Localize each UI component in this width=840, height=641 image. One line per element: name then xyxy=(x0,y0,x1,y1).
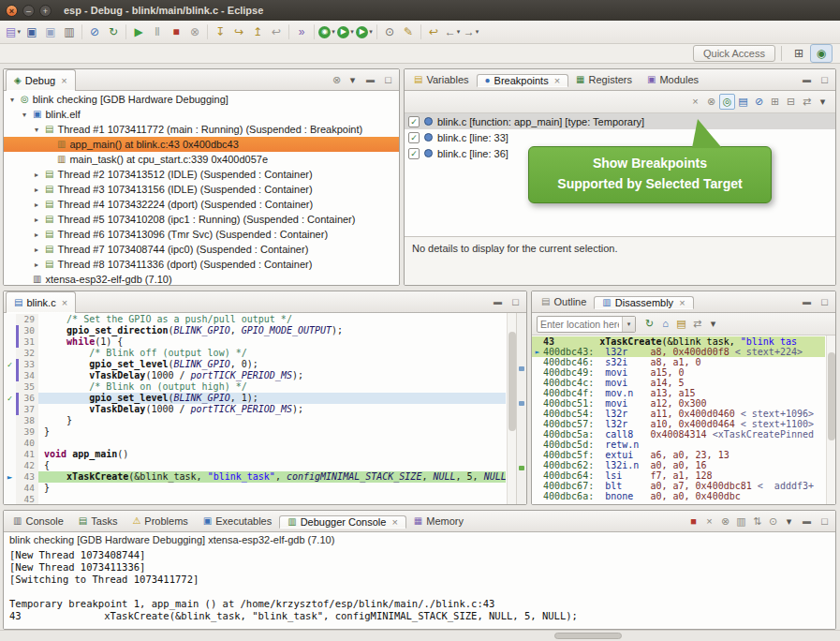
console-output[interactable]: [New Thread 1073408744][New Thread 10734… xyxy=(4,547,835,629)
disassembly-line[interactable]: ► 400dbc5a: call8 0x40084314 <xTaskCreat… xyxy=(532,429,825,440)
remove-launch-icon[interactable]: × xyxy=(701,514,717,529)
show-supported-breakpoints-icon[interactable]: ◎ xyxy=(719,94,735,110)
debug-icon[interactable]: ◉ ▾ xyxy=(317,22,336,41)
terminate-icon[interactable]: ■ xyxy=(685,514,701,529)
editor-gutter[interactable]: ✓► xyxy=(4,460,16,471)
expander-icon[interactable]: ▾ xyxy=(32,126,41,134)
clear-console-icon[interactable]: ▥ xyxy=(733,514,749,529)
overview-ruler[interactable] xyxy=(516,313,526,504)
expander-icon[interactable]: ▾ xyxy=(20,111,29,119)
step-over-icon[interactable]: ↪ ▾ xyxy=(229,22,248,41)
quick-access-button[interactable]: Quick Access xyxy=(693,45,775,62)
last-edit-location-icon[interactable]: ↩ ▾ xyxy=(424,22,443,41)
disassembly-line[interactable]: ► 400dbc46: s32i a8, a1, 0 xyxy=(532,357,825,367)
overview-mark[interactable] xyxy=(519,466,524,470)
tab-memory[interactable]: ▦ Memory × xyxy=(406,515,471,527)
thread-node[interactable]: ▸ ▤ Thread #3 1073413156 (IDLE) (Suspend… xyxy=(4,182,399,197)
window-close-button[interactable]: × xyxy=(6,5,18,17)
disassembly-line[interactable]: ► 400dbc54: l32r a11, 0x400d0460 <_stext… xyxy=(532,409,825,419)
disassembly-line[interactable]: ► 400dbc5f: extui a6, a0, 23, 13 xyxy=(532,450,825,460)
tab-problems[interactable]: ⚠ Problems × xyxy=(125,515,195,527)
editor-gutter[interactable]: ✓► xyxy=(4,325,16,336)
code-line[interactable]: ✓► 43 xTaskCreate(&blink_task, "blink_ta… xyxy=(4,471,506,483)
stack-frame-node[interactable]: ▥ app_main() at blink.c:43 0x400dbc43 xyxy=(4,137,399,152)
expander-icon[interactable]: ▸ xyxy=(32,216,41,224)
remove-all-breakpoints-icon[interactable]: ⊗ xyxy=(703,94,719,110)
save-icon[interactable]: ▣ ▾ xyxy=(22,22,41,41)
step-into-icon[interactable]: ↧ ▾ xyxy=(211,22,229,41)
expander-icon[interactable]: ▸ xyxy=(32,246,41,254)
minimize-icon[interactable]: ▬ xyxy=(490,294,506,310)
disassembly-view[interactable]: ► 43 xTaskCreate(&blink_task, "blink_tas… xyxy=(532,335,835,504)
collapse-all-icon[interactable]: ⊟ xyxy=(783,94,799,110)
tab-disassembly[interactable]: ▥ Disassembly × xyxy=(594,296,693,309)
open-perspective-icon[interactable]: ⊞ xyxy=(788,44,810,63)
editor-gutter[interactable]: ✓► xyxy=(4,438,16,449)
tab-variables[interactable]: ▤ Variables × xyxy=(406,74,477,85)
expander-icon[interactable]: ▸ xyxy=(32,231,41,239)
code-line[interactable]: ✓► 34 vTaskDelay(1000 / portTICK_PERIOD_… xyxy=(4,370,506,381)
breakpoint-checkbox[interactable]: ✓ xyxy=(408,132,420,143)
debug-launch-node[interactable]: ▾ ◎ blink checking [GDB Hardware Debuggi… xyxy=(4,92,399,107)
suspend-icon[interactable]: Ⅱ ▾ xyxy=(148,22,167,41)
code-line[interactable]: ✓► 29 /* Set the GPIO as a push/pull out… xyxy=(4,314,506,325)
code-line[interactable]: ✓► 40 xyxy=(4,438,506,449)
disassembly-line[interactable]: ► 400dbc62: l32i.n a0, a0, 16 xyxy=(532,460,825,470)
maximize-icon[interactable]: □ xyxy=(817,72,833,88)
editor-gutter[interactable]: ✓► xyxy=(4,483,16,494)
disassembly-line[interactable]: ► 400dbc67: blt a0, a7, 0x400dbc81 <__ad… xyxy=(532,481,825,491)
code-line[interactable]: ✓► 31 while(1) { xyxy=(4,336,506,348)
expander-icon[interactable]: ▾ xyxy=(7,96,17,104)
instruction-stepping-icon[interactable]: » ▾ xyxy=(292,22,311,41)
code-line[interactable]: ✓► 37 vTaskDelay(1000 / portTICK_PERIOD_… xyxy=(4,404,506,415)
scroll-lock-icon[interactable]: ⇅ xyxy=(749,514,765,529)
minimize-icon[interactable]: ▬ xyxy=(799,294,815,310)
code-line[interactable]: ✓► 41 void app_main() xyxy=(4,449,506,460)
editor-gutter[interactable]: ✓► xyxy=(4,404,16,415)
thread-node[interactable]: ▸ ▤ Thread #4 1073432224 (dport) (Suspen… xyxy=(4,197,399,212)
view-menu-icon[interactable]: ▾ xyxy=(815,94,831,110)
forward-icon[interactable]: → ▾ xyxy=(462,22,480,41)
resume-icon[interactable]: ▶ ▾ xyxy=(129,22,148,41)
window-minimize-button[interactable]: – xyxy=(22,5,35,17)
disassembly-line[interactable]: ► 400dbc6a: bnone a0, a0, 0x400dbc xyxy=(532,491,825,501)
maximize-icon[interactable]: □ xyxy=(817,514,833,529)
code-line[interactable]: ✓► 44 } xyxy=(4,483,506,494)
maximize-icon[interactable]: □ xyxy=(508,294,523,310)
remove-breakpoint-icon[interactable]: × xyxy=(687,94,703,110)
mark-occurrences-icon[interactable]: ✎ ▾ xyxy=(399,22,418,41)
disassembly-line[interactable]: ► 400dbc49: movi a15, 0 xyxy=(532,367,825,378)
tab-console[interactable]: ▥ Console × xyxy=(6,515,71,527)
disassembly-line[interactable]: ► 400dbc4c: movi a14, 5 xyxy=(532,378,825,388)
disassembly-vertical-scrollbar[interactable] xyxy=(826,335,835,504)
editor-gutter[interactable]: ✓► xyxy=(4,471,16,483)
thread-node[interactable]: ▸ ▤ Thread #2 1073413512 (IDLE) (Suspend… xyxy=(4,167,399,182)
code-line[interactable]: ✓► 32 /* Blink off (output low) */ xyxy=(4,348,506,359)
debug-target-node[interactable]: ▾ ▣ blink.elf xyxy=(4,107,399,122)
expand-all-icon[interactable]: ⊞ xyxy=(767,94,783,110)
expander-icon[interactable]: ▸ xyxy=(32,261,41,269)
print-icon[interactable]: ▥ ▾ xyxy=(60,22,79,41)
disassembly-line[interactable]: ► 400dbc5d: retw.n xyxy=(532,440,825,450)
skip-all-breakpoints-icon[interactable]: ⊘ ▾ xyxy=(85,22,104,41)
skip-all-breakpoints-icon[interactable]: ⊘ xyxy=(751,94,767,110)
tab-registers[interactable]: ▦ Registers × xyxy=(568,74,640,85)
tab-debugger-console[interactable]: ▥ Debugger Console × xyxy=(279,515,406,529)
disassembly-line[interactable]: ► 400dbc57: l32r a10, 0x400d0464 <_stext… xyxy=(532,419,825,429)
new-wizard-icon[interactable]: ▤ ▾ xyxy=(4,22,22,41)
location-input[interactable] xyxy=(538,319,622,330)
disassembly-line[interactable]: ► 400dbc43: l32r a8, 0x400d00f8 <_stext+… xyxy=(532,347,825,357)
back-icon[interactable]: ← ▾ xyxy=(443,22,462,41)
editor-gutter[interactable]: ✓► xyxy=(4,381,16,393)
code-editor[interactable]: ✓► 29 /* Set the GPIO as a push/pull out… xyxy=(4,313,526,504)
editor-gutter[interactable]: ✓► xyxy=(4,359,16,370)
code-line[interactable]: ✓► 30 gpio_set_direction(BLINK_GPIO, GPI… xyxy=(4,325,506,336)
close-icon[interactable]: × xyxy=(62,297,67,308)
breakpoint-checkbox[interactable]: ✓ xyxy=(408,116,420,127)
editor-vertical-scrollbar[interactable] xyxy=(507,313,516,504)
disassembly-line[interactable]: ► 400dbc64: lsi f7, a1, 128 xyxy=(532,470,825,481)
tab-executables[interactable]: ▣ Executables × xyxy=(196,515,279,527)
gdb-process-node[interactable]: ▥ xtensa-esp32-elf-gdb (7.10) xyxy=(4,272,399,285)
close-icon[interactable]: × xyxy=(61,75,66,86)
code-line[interactable]: ✓► 33 gpio_set_level(BLINK_GPIO, 0); xyxy=(4,359,506,370)
